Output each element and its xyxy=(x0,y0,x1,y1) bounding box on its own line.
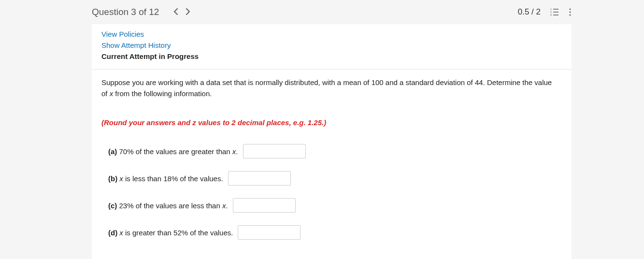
part-b-label: (b) x is less than 18% of the values. xyxy=(108,174,223,183)
view-policies-link[interactable]: View Policies xyxy=(101,30,562,38)
rounding-instruction: (Round your answers and z values to 2 de… xyxy=(101,118,562,127)
part-b-bold: (b) xyxy=(108,174,117,183)
part-a-pre: 70% of the values are greater than xyxy=(117,147,232,156)
part-d-var: x xyxy=(117,229,123,237)
question-text-post: from the following information. xyxy=(113,89,212,98)
header-left: Question 3 of 12 xyxy=(92,7,190,17)
question-header: Question 3 of 12 0.5 / 2 1 2 3 xyxy=(0,0,644,24)
part-b-post: is less than 18% of the values. xyxy=(123,174,223,183)
show-attempt-history-link[interactable]: Show Attempt History xyxy=(101,41,562,49)
part-d-input[interactable] xyxy=(238,225,301,240)
question-text: Suppose you are working with a data set … xyxy=(101,77,556,99)
part-c-post: . xyxy=(226,201,228,210)
prev-question-icon[interactable] xyxy=(173,7,178,17)
question-block: Suppose you are working with a data set … xyxy=(92,69,572,240)
part-d-label: (d) x is greater than 52% of the values. xyxy=(108,229,233,237)
svg-text:3: 3 xyxy=(550,14,552,16)
part-c: (c) 23% of the values are less than x. xyxy=(108,198,562,213)
part-c-pre: 23% of the values are less than xyxy=(117,201,222,210)
part-a-post: . xyxy=(236,147,238,156)
question-parts: (a) 70% of the values are greater than x… xyxy=(101,144,562,240)
svg-point-8 xyxy=(569,14,571,15)
question-content: View Policies Show Attempt History Curre… xyxy=(92,24,572,259)
part-b-var: x xyxy=(117,174,123,183)
part-c-label: (c) 23% of the values are less than x. xyxy=(108,201,228,210)
current-attempt-label: Current Attempt in Progress xyxy=(101,52,562,60)
nav-arrows xyxy=(173,7,190,17)
svg-point-6 xyxy=(569,8,571,10)
part-a-input[interactable] xyxy=(243,144,306,158)
part-d: (d) x is greater than 52% of the values. xyxy=(108,225,562,240)
part-a-label: (a) 70% of the values are greater than x… xyxy=(108,147,238,156)
part-c-input[interactable] xyxy=(233,198,296,213)
part-c-bold: (c) xyxy=(108,201,117,210)
part-b-input[interactable] xyxy=(228,171,291,186)
part-a: (a) 70% of the values are greater than x… xyxy=(108,144,562,158)
part-d-bold: (d) xyxy=(108,229,117,237)
score-display: 0.5 / 2 xyxy=(518,7,541,17)
part-d-post: is greater than 52% of the values. xyxy=(123,229,233,237)
part-a-bold: (a) xyxy=(108,147,117,156)
header-right: 0.5 / 2 1 2 3 xyxy=(518,7,572,17)
part-b: (b) x is less than 18% of the values. xyxy=(108,171,562,186)
svg-point-7 xyxy=(569,11,571,13)
next-question-icon[interactable] xyxy=(186,7,190,17)
more-options-icon[interactable] xyxy=(569,8,572,16)
question-title: Question 3 of 12 xyxy=(92,7,159,17)
question-list-icon[interactable]: 1 2 3 xyxy=(550,8,559,16)
